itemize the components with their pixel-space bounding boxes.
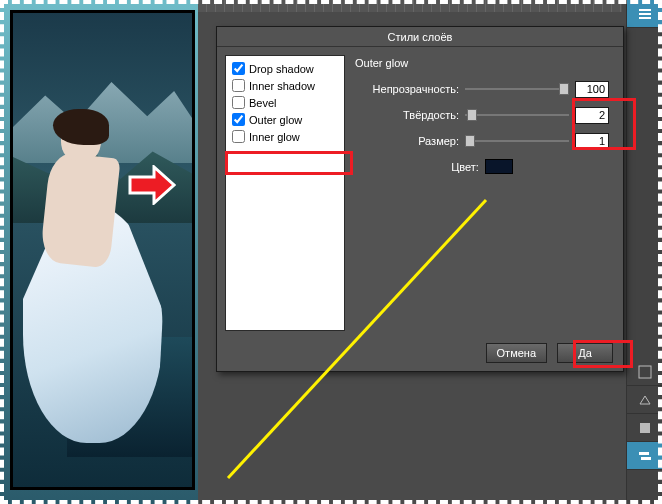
panel-btn-2[interactable] bbox=[627, 386, 662, 414]
hardness-row: Твёрдость: 2 bbox=[355, 105, 609, 125]
side-toolbar bbox=[626, 0, 662, 504]
opacity-value[interactable]: 100 bbox=[575, 81, 609, 98]
opacity-row: Непрозрачность: 100 bbox=[355, 79, 609, 99]
cancel-button[interactable]: Отмена bbox=[486, 343, 547, 363]
svg-rect-0 bbox=[639, 9, 651, 11]
ok-button[interactable]: Да bbox=[557, 343, 613, 363]
style-label: Bevel bbox=[249, 97, 277, 109]
group-title: Outer glow bbox=[355, 57, 609, 69]
hardness-value[interactable]: 2 bbox=[575, 107, 609, 124]
color-label: Цвет: bbox=[451, 161, 479, 173]
panel-btn-layers[interactable] bbox=[627, 442, 662, 470]
checkbox-inner-glow[interactable] bbox=[232, 130, 245, 143]
checkbox-drop-shadow[interactable] bbox=[232, 62, 245, 75]
panel-btn-3[interactable] bbox=[627, 414, 662, 442]
panel-btn-1[interactable] bbox=[627, 358, 662, 386]
canvas-area bbox=[0, 0, 210, 504]
style-drop-shadow[interactable]: Drop shadow bbox=[230, 60, 340, 77]
dialog-title: Стили слоёв bbox=[217, 27, 623, 47]
svg-rect-1 bbox=[639, 13, 651, 15]
panel-toggle-top[interactable] bbox=[627, 0, 662, 28]
photo-preview bbox=[10, 10, 195, 490]
style-outer-glow[interactable]: Outer glow bbox=[230, 111, 340, 128]
layer-styles-dialog: Стили слоёв Drop shadow Inner shadow Bev… bbox=[216, 26, 624, 372]
size-value[interactable]: 1 bbox=[575, 133, 609, 150]
opacity-slider[interactable] bbox=[465, 82, 569, 96]
svg-rect-2 bbox=[639, 17, 651, 19]
svg-marker-7 bbox=[130, 167, 174, 203]
checkbox-bevel[interactable] bbox=[232, 96, 245, 109]
svg-rect-5 bbox=[639, 452, 649, 455]
annotation-arrow-icon bbox=[128, 165, 176, 205]
svg-rect-6 bbox=[641, 457, 651, 460]
hardness-label: Твёрдость: bbox=[355, 109, 465, 121]
style-label: Outer glow bbox=[249, 114, 302, 126]
style-list: Drop shadow Inner shadow Bevel Outer glo… bbox=[225, 55, 345, 331]
size-row: Размер: 1 bbox=[355, 131, 609, 151]
style-label: Inner shadow bbox=[249, 80, 315, 92]
hardness-slider[interactable] bbox=[465, 108, 569, 122]
style-label: Drop shadow bbox=[249, 63, 314, 75]
style-properties: Outer glow Непрозрачность: 100 Твёрдость… bbox=[353, 55, 615, 331]
size-label: Размер: bbox=[355, 135, 465, 147]
opacity-label: Непрозрачность: bbox=[355, 83, 465, 95]
photo-figure bbox=[23, 113, 143, 443]
style-bevel[interactable]: Bevel bbox=[230, 94, 340, 111]
style-inner-shadow[interactable]: Inner shadow bbox=[230, 77, 340, 94]
ruler-top bbox=[198, 0, 622, 12]
color-swatch[interactable] bbox=[485, 159, 513, 174]
size-slider[interactable] bbox=[465, 134, 569, 148]
color-row: Цвет: bbox=[355, 159, 609, 174]
checkbox-outer-glow[interactable] bbox=[232, 113, 245, 126]
checkbox-inner-shadow[interactable] bbox=[232, 79, 245, 92]
style-inner-glow[interactable]: Inner glow bbox=[230, 128, 340, 145]
style-label: Inner glow bbox=[249, 131, 300, 143]
svg-rect-3 bbox=[639, 366, 651, 378]
svg-rect-4 bbox=[640, 423, 650, 433]
